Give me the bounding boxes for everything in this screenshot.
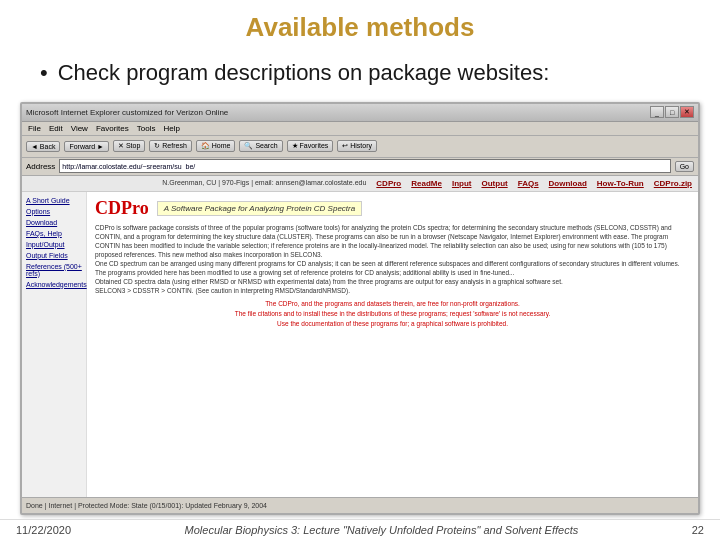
status-text: Done | Internet | Protected Mode: State … — [26, 502, 267, 509]
browser-content: N.Greenman, CU | 970-Figs | email: annse… — [22, 176, 698, 497]
sidebar-download[interactable]: Download — [24, 218, 84, 227]
bullet-section: • Check program descriptions on package … — [0, 51, 720, 98]
menu-view[interactable]: View — [71, 124, 88, 133]
bullet-dot: • — [40, 59, 48, 88]
search-button[interactable]: 🔍 Search — [239, 140, 282, 152]
sidebar-input-output[interactable]: Input/Output — [24, 240, 84, 249]
address-bar-row: Address Go — [22, 158, 698, 176]
cdpro-sidebar: A Short Guide Options Download FAQs, Hel… — [22, 192, 87, 497]
bullet-item: • Check program descriptions on package … — [40, 59, 680, 88]
slide-title: Available methods — [0, 0, 720, 51]
footer-center: Molecular Biophysics 3: Lecture "Nativel… — [71, 524, 692, 536]
bullet-text: Check program descriptions on package we… — [58, 59, 550, 88]
nav-output[interactable]: Output — [481, 179, 507, 188]
nav-user-info: N.Greenman, CU | 970-Figs | email: annse… — [28, 179, 366, 188]
menu-help[interactable]: Help — [163, 124, 179, 133]
back-button[interactable]: ◄ Back — [26, 141, 60, 152]
sidebar-references[interactable]: References (500+ refs) — [24, 262, 84, 278]
browser-toolbar: ◄ Back Forward ► ✕ Stop ↻ Refresh 🏠 Home… — [22, 136, 698, 158]
go-button[interactable]: Go — [675, 161, 694, 172]
browser-titlebar: Microsoft Internet Explorer customized f… — [22, 104, 698, 122]
menu-tools[interactable]: Tools — [137, 124, 156, 133]
home-button[interactable]: 🏠 Home — [196, 140, 236, 152]
slide-footer: 11/22/2020 Molecular Biophysics 3: Lectu… — [0, 519, 720, 540]
nav-readme[interactable]: ReadMe — [411, 179, 442, 188]
titlebar-text: Microsoft Internet Explorer customized f… — [26, 108, 228, 117]
sidebar-options[interactable]: Options — [24, 207, 84, 216]
menu-favorites[interactable]: Favorites — [96, 124, 129, 133]
menu-edit[interactable]: Edit — [49, 124, 63, 133]
cdpro-logo: CDPro — [95, 198, 149, 219]
refresh-button[interactable]: ↻ Refresh — [149, 140, 191, 152]
sidebar-acknowledgements[interactable]: Acknowledgements — [24, 280, 84, 289]
browser-status-bar: Done | Internet | Protected Mode: State … — [22, 497, 698, 513]
favorites-toolbar-button[interactable]: ★ Favorites — [287, 140, 334, 152]
close-button[interactable]: ✕ — [680, 106, 694, 118]
browser-window: Microsoft Internet Explorer customized f… — [20, 102, 700, 515]
sidebar-output-fields[interactable]: Output Fields — [24, 251, 84, 260]
cdpro-body-text: CDPro is software package consists of th… — [95, 223, 690, 296]
sidebar-short-guide[interactable]: A Short Guide — [24, 196, 84, 205]
menu-file[interactable]: File — [28, 124, 41, 133]
nav-input[interactable]: Input — [452, 179, 472, 188]
window-controls[interactable]: _ □ ✕ — [650, 106, 694, 118]
nav-faqs[interactable]: FAQs — [518, 179, 539, 188]
cdpro-tagline: A Software Package for Analyzing Protein… — [157, 201, 363, 216]
nav-cdprozip[interactable]: CDPro.zip — [654, 179, 692, 188]
history-button[interactable]: ↩ History — [337, 140, 377, 152]
maximize-button[interactable]: □ — [665, 106, 679, 118]
cdpro-header: CDPro A Software Package for Analyzing P… — [95, 198, 690, 219]
sidebar-faqs-help[interactable]: FAQs, Help — [24, 229, 84, 238]
nav-cdpro[interactable]: CDPro — [376, 179, 401, 188]
nav-download[interactable]: Download — [549, 179, 587, 188]
footer-page: 22 — [692, 524, 704, 536]
cdpro-content: A Short Guide Options Download FAQs, Hel… — [22, 192, 698, 497]
address-input[interactable] — [59, 159, 670, 173]
forward-button[interactable]: Forward ► — [64, 141, 109, 152]
cdpro-nav: N.Greenman, CU | 970-Figs | email: annse… — [22, 176, 698, 192]
minimize-button[interactable]: _ — [650, 106, 664, 118]
footer-date: 11/22/2020 — [16, 524, 71, 536]
cdpro-footer-text: The CDPro, and the programs and datasets… — [95, 299, 690, 328]
cdpro-main: CDPro A Software Package for Analyzing P… — [87, 192, 698, 497]
browser-menu-bar: File Edit View Favorites Tools Help — [22, 122, 698, 136]
nav-howtorun[interactable]: How-To-Run — [597, 179, 644, 188]
address-label: Address — [26, 162, 55, 171]
slide-container: Available methods • Check program descri… — [0, 0, 720, 540]
stop-button[interactable]: ✕ Stop — [113, 140, 145, 152]
